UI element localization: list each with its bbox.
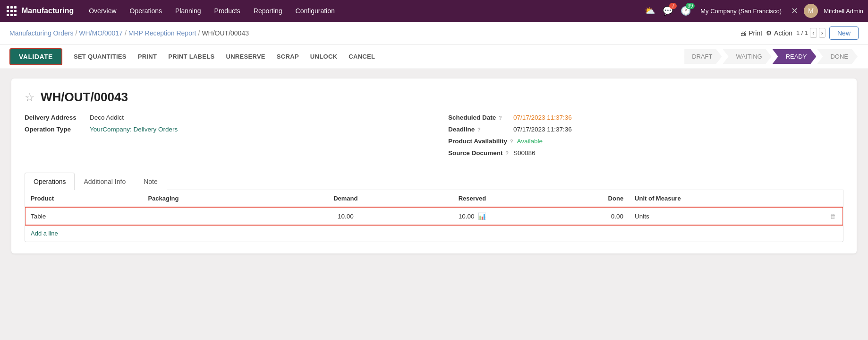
nav-overview[interactable]: Overview	[83, 5, 122, 17]
form-title: WH/OUT/00043	[41, 90, 128, 105]
status-pipeline: DRAFT WAITING READY DONE	[684, 49, 859, 64]
source-doc-help: ?	[505, 150, 509, 156]
tab-operations[interactable]: Operations	[25, 173, 75, 190]
status-ready[interactable]: READY	[773, 49, 817, 64]
breadcrumb-current: WH/OUT/00043	[202, 29, 249, 37]
user-avatar[interactable]	[804, 4, 818, 18]
deadline-field: Deadline ? 07/17/2023 11:37:36	[448, 126, 843, 133]
left-fields: Delivery Address Deco Addict Operation T…	[25, 114, 420, 161]
cell-demand: 10.00	[285, 207, 406, 225]
nav-planning[interactable]: Planning	[170, 5, 207, 17]
scheduled-date-field: Scheduled Date ? 07/17/2023 11:37:36	[448, 114, 843, 121]
nav-reporting[interactable]: Reporting	[248, 5, 288, 17]
action-button[interactable]: ⚙ Action	[766, 29, 792, 37]
source-document-value: S00086	[513, 149, 536, 157]
deadline-help: ?	[477, 127, 481, 132]
status-done[interactable]: DONE	[817, 49, 858, 64]
col-actions-header	[824, 190, 843, 207]
print-labels-button[interactable]: PRINT LABELS	[162, 50, 220, 63]
scheduled-date-value: 07/17/2023 11:37:36	[513, 114, 572, 121]
cell-reserved: 10.00 📊	[406, 207, 538, 225]
cell-done[interactable]: 0.00	[538, 207, 629, 225]
new-button[interactable]: New	[829, 26, 859, 40]
activity-icon-btn[interactable]: 🕐 39	[679, 4, 693, 18]
cancel-button[interactable]: CANCEL	[343, 50, 381, 63]
col-done: Done	[538, 190, 629, 207]
source-document-field: Source Document ? S00086	[448, 149, 843, 157]
scheduled-date-help: ?	[499, 115, 502, 121]
col-demand: Demand	[285, 190, 406, 207]
delivery-address-label: Delivery Address	[25, 114, 86, 121]
next-page-button[interactable]: ›	[819, 28, 825, 38]
product-availability-label: Product Availability ?	[448, 138, 513, 145]
col-reserved: Reserved	[406, 190, 538, 207]
product-availability-value: Available	[517, 138, 543, 145]
table-header-row: Product Packaging Demand Reserved Done U…	[25, 190, 843, 207]
cell-packaging	[142, 207, 285, 225]
deadline-value: 07/17/2023 11:37:36	[513, 126, 572, 133]
tab-additional-info[interactable]: Additional Info	[75, 173, 135, 190]
form-card: ☆ WH/OUT/00043 Delivery Address Deco Add…	[11, 78, 857, 253]
user-name: Mitchell Admin	[824, 8, 863, 15]
app-name: Manufacturing	[22, 7, 74, 15]
top-navigation: Manufacturing Overview Operations Planni…	[0, 0, 868, 22]
nav-operations[interactable]: Operations	[124, 5, 168, 17]
breadcrumb-mrp[interactable]: MRP Reception Report	[128, 29, 196, 37]
settings-icon-btn[interactable]: ✕	[789, 4, 800, 18]
status-waiting[interactable]: WAITING	[723, 49, 772, 64]
col-product: Product	[25, 190, 142, 207]
breadcrumb-sep-1: /	[75, 29, 77, 37]
availability-help: ?	[510, 139, 513, 144]
unlock-button[interactable]: UNLOCK	[305, 50, 343, 63]
activity-badge: 39	[686, 3, 695, 9]
breadcrumb-actions: 🖨 Print ⚙ Action 1 / 1 ‹ › New	[740, 26, 859, 40]
deadline-label: Deadline ?	[448, 126, 510, 133]
tabs: Operations Additional Info Note	[25, 173, 843, 190]
prev-page-button[interactable]: ‹	[810, 28, 817, 38]
form-header: ☆ WH/OUT/00043	[25, 90, 843, 105]
operation-type-value[interactable]: YourCompany: Delivery Orders	[90, 126, 178, 133]
breadcrumb-sep-2: /	[125, 29, 127, 37]
col-unit: Unit of Measure	[629, 190, 824, 207]
gear-icon: ⚙	[766, 29, 772, 37]
company-name: My Company (San Francisco)	[700, 8, 782, 15]
cell-unit: Units	[629, 207, 824, 225]
delivery-address-field: Delivery Address Deco Addict	[25, 114, 420, 121]
nav-products[interactable]: Products	[209, 5, 246, 17]
breadcrumb-mo[interactable]: WH/MO/00017	[79, 29, 123, 37]
add-line-button[interactable]: Add a line	[25, 225, 843, 242]
operations-table-wrapper: Product Packaging Demand Reserved Done U…	[25, 190, 843, 242]
scheduled-date-label: Scheduled Date ?	[448, 114, 510, 121]
weather-icon-btn[interactable]: ⛅	[643, 4, 657, 18]
forecast-chart-icon[interactable]: 📊	[478, 212, 486, 220]
message-icon-btn[interactable]: 💬 7	[661, 4, 675, 18]
operations-table: Product Packaging Demand Reserved Done U…	[25, 190, 843, 225]
nav-configuration[interactable]: Configuration	[290, 5, 340, 17]
main-content: ☆ WH/OUT/00043 Delivery Address Deco Add…	[0, 69, 868, 263]
status-draft[interactable]: DRAFT	[684, 49, 722, 64]
col-packaging: Packaging	[142, 190, 285, 207]
message-badge: 7	[669, 3, 677, 9]
cell-delete	[824, 207, 843, 225]
table-row: Table 10.00 10.00 📊 0.00 Units	[25, 207, 843, 225]
app-grid-icon[interactable]	[5, 4, 18, 17]
validate-button[interactable]: VALIDATE	[9, 48, 62, 65]
unreserve-button[interactable]: UNRESERVE	[220, 50, 271, 63]
breadcrumb: Manufacturing Orders / WH/MO/00017 / MRP…	[9, 29, 736, 37]
breadcrumb-bar: Manufacturing Orders / WH/MO/00017 / MRP…	[0, 22, 868, 44]
source-document-label: Source Document ?	[448, 149, 510, 157]
cell-product: Table	[25, 207, 142, 225]
delivery-address-value: Deco Addict	[90, 114, 124, 121]
tab-note[interactable]: Note	[135, 173, 167, 190]
operation-type-field: Operation Type YourCompany: Delivery Ord…	[25, 126, 420, 133]
scrap-button[interactable]: SCRAP	[271, 50, 305, 63]
print-button[interactable]: 🖨 Print	[740, 29, 762, 37]
print-button-action[interactable]: PRINT	[132, 50, 163, 63]
right-fields: Scheduled Date ? 07/17/2023 11:37:36 Dea…	[420, 114, 843, 161]
operation-type-label: Operation Type	[25, 126, 86, 133]
breadcrumb-sep-3: /	[198, 29, 200, 37]
favorite-star-icon[interactable]: ☆	[25, 91, 35, 104]
printer-icon: 🖨	[740, 29, 747, 37]
set-quantities-button[interactable]: SET QUANTITIES	[68, 50, 132, 63]
breadcrumb-manufacturing-orders[interactable]: Manufacturing Orders	[9, 29, 73, 37]
